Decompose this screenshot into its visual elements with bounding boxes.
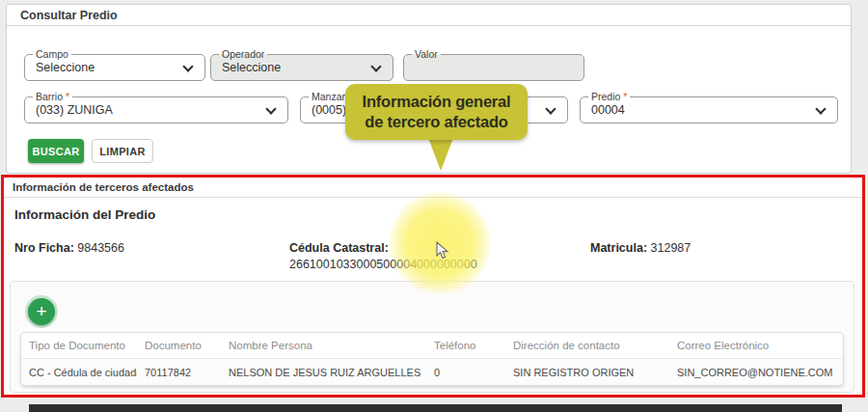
campo-value: Seleccione [36,61,95,74]
matricula-value: 312987 [651,241,692,255]
required-asterisk: * [623,91,627,102]
predio-label: Predio * [588,91,630,103]
operador-label: Operador [219,48,267,61]
operador-select[interactable]: Operador Seleccione [210,54,393,81]
table-header-row: Tipo de Documento Documento Nombre Perso… [21,333,843,359]
campo-select[interactable]: Campo Seleccione [24,54,205,81]
cell-documento: 70117842 [137,367,221,378]
table-row[interactable]: CC - Cédula de ciudadanía 70117842 NELSO… [21,359,843,385]
nro-ficha-value: 9843566 [77,241,124,255]
bottom-bar [29,404,842,412]
col-header-direccion: Dirección de contacto [505,340,669,351]
col-header-telefono: Teléfono [426,340,505,351]
limpiar-button[interactable]: LIMPIAR [92,139,153,163]
terceros-section-title: Información de terceros afectados [4,178,862,198]
col-header-nombre-persona: Nombre Persona [221,340,426,351]
required-asterisk: * [66,91,69,102]
chevron-down-icon [545,103,556,114]
tooltip-text-line1: Información general [363,92,511,112]
cell-tipo-documento: CC - Cédula de ciudadanía [21,367,137,378]
cell-direccion: SIN REGISTRO ORIGEN [505,367,669,378]
chevron-down-icon [370,61,381,71]
cedula-catastral-label: Cédula Catastral: [289,241,389,255]
tooltip-text-line2: de tercero afectado [365,112,507,132]
terceros-list-panel: + Tipo de Documento Documento Nombre Per… [10,281,854,393]
barrio-label: Barrio * [33,91,72,103]
matricula: Matricula: 312987 [590,241,691,255]
add-tercero-button[interactable]: + [28,298,55,325]
barrio-value: (033) ZUNIGA [36,103,113,117]
operador-value: Seleccione [222,61,281,74]
predio-value: 00004 [591,103,625,117]
tooltip-arrow [428,138,453,171]
nro-ficha: Nro Ficha: 9843566 [14,241,124,255]
consultar-predio-title: Consultar Predio [7,5,851,26]
cell-nombre-persona: NELSON DE JESUS RUIZ ARGUELLES [221,367,426,378]
plus-icon: + [36,301,46,321]
predio-select[interactable]: Predio * 00004 [580,96,838,124]
tooltip-informacion-general: Información general de tercero afectado [345,84,528,140]
page-background: Consultar Predio Campo Seleccione Operad… [0,0,868,412]
chevron-down-icon [182,61,193,71]
chevron-down-icon [815,103,826,114]
terceros-afectados-section: Información de terceros afectados Inform… [1,175,865,398]
cell-correo: SIN_CORREO@NOTIENE.COM [669,367,843,378]
valor-label: Valor [412,48,441,61]
valor-input[interactable]: Valor [403,54,584,81]
col-header-tipo-documento: Tipo de Documento [21,340,137,351]
cedula-catastral: Cédula Catastral: [289,241,389,255]
chevron-down-icon [265,103,276,114]
campo-label: Campo [33,48,71,61]
nro-ficha-label: Nro Ficha: [14,241,74,255]
col-header-documento: Documento [137,340,221,351]
barrio-select[interactable]: Barrio * (033) ZUNIGA [24,96,288,124]
cell-telefono: 0 [426,367,505,378]
buscar-button[interactable]: BUSCAR [28,139,84,163]
mouse-cursor-icon [436,241,449,263]
informacion-del-predio-title: Información del Predio [14,207,155,222]
col-header-correo: Correo Electrónico [669,340,843,351]
matricula-label: Matricula: [590,241,647,255]
terceros-table: Tipo de Documento Documento Nombre Perso… [20,332,844,386]
